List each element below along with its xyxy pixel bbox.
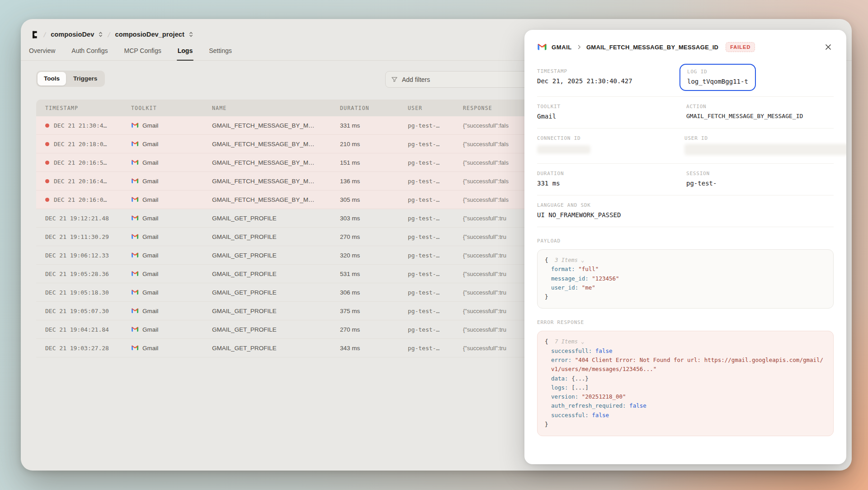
cell-name: GMAIL_FETCH_MESSAGE_BY_M… — [212, 196, 340, 203]
segment-tools[interactable]: Tools — [38, 72, 66, 86]
failed-dot-icon — [45, 198, 49, 202]
field-row: LANGUAGE AND SDK UI NO_FRAMEWORK_PASSED — [537, 195, 834, 227]
cell-name: GMAIL_GET_PROFILE — [212, 215, 340, 222]
gmail-icon — [131, 308, 139, 314]
failed-dot-icon — [45, 161, 49, 165]
tab-settings[interactable]: Settings — [208, 46, 233, 60]
json-entry-successfull: successfull: false — [545, 347, 826, 356]
cell-user: pg-test-… — [408, 345, 463, 352]
json-entry-format: format: "full" — [545, 265, 826, 274]
tab-overview[interactable]: Overview — [28, 46, 56, 60]
cell-timestamp: DEC 21 19:05:18.30 — [36, 289, 131, 296]
cell-duration: 531 ms — [340, 271, 408, 277]
segment-triggers[interactable]: Triggers — [67, 72, 104, 86]
payload-json-viewer: { 3 Items ⌄format: "full"message_id: "12… — [537, 249, 834, 309]
cell-user: pg-test-… — [408, 289, 463, 296]
cell-toolkit: Gmail — [131, 252, 212, 259]
cell-timestamp: DEC 21 19:04:21.84 — [36, 326, 131, 333]
column-header-name: NAME — [212, 105, 340, 111]
field-log-id: LOG ID log_tVqomBgg11-t — [686, 68, 834, 88]
cell-duration: 306 ms — [340, 289, 408, 296]
cell-timestamp: DEC 21 20:16:0… — [36, 196, 131, 203]
items-count-toggle[interactable]: 7 Items ⌄ — [552, 338, 584, 345]
project-selector[interactable]: composioDev_project — [115, 31, 193, 38]
field-connection-id: CONNECTION ID — [537, 135, 684, 155]
cell-timestamp: DEC 21 19:06:12.33 — [36, 252, 131, 259]
cell-toolkit: Gmail — [131, 178, 212, 185]
field-language-sdk: LANGUAGE AND SDK UI NO_FRAMEWORK_PASSED — [537, 202, 834, 219]
close-icon[interactable] — [823, 42, 834, 52]
cell-toolkit: Gmail — [131, 308, 212, 314]
cell-duration: 303 ms — [340, 215, 408, 222]
cell-name: GMAIL_GET_PROFILE — [212, 326, 340, 333]
cell-timestamp: DEC 21 19:03:27.28 — [36, 345, 131, 352]
error-response-json-viewer: { 7 Items ⌄successfull: falseerror: "404… — [537, 331, 834, 436]
gmail-icon — [131, 345, 139, 351]
panel-toolkit-name: GMAIL — [552, 44, 572, 51]
cell-toolkit: Gmail — [131, 289, 212, 296]
panel-action-name: GMAIL_FETCH_MESSAGE_BY_MESSAGE_ID — [586, 44, 718, 51]
cell-name: GMAIL_GET_PROFILE — [212, 308, 340, 314]
gmail-icon — [537, 43, 547, 51]
cell-toolkit: Gmail — [131, 233, 212, 240]
json-entry-successful: successful: false — [545, 411, 826, 420]
cell-user: pg-test-… — [408, 215, 463, 222]
cell-name: GMAIL_GET_PROFILE — [212, 233, 340, 240]
cell-user: pg-test-… — [408, 252, 463, 259]
field-row: DURATION 331 ms SESSION pg-test- — [537, 164, 834, 195]
field-session: SESSION pg-test- — [686, 171, 834, 187]
gmail-icon — [131, 159, 139, 165]
failed-dot-icon — [45, 124, 49, 128]
cell-duration: 270 ms — [340, 326, 408, 333]
breadcrumb-separator: / — [108, 31, 111, 38]
tab-auth-configs[interactable]: Auth Configs — [71, 46, 108, 60]
cell-name: GMAIL_FETCH_MESSAGE_BY_M… — [212, 122, 340, 129]
composio-logo-icon — [29, 29, 39, 39]
cell-timestamp: DEC 21 19:12:21.48 — [36, 215, 131, 222]
org-selector[interactable]: composioDev — [51, 31, 103, 38]
cell-toolkit: Gmail — [131, 326, 212, 333]
cell-duration: 210 ms — [340, 141, 408, 147]
failed-dot-icon — [45, 142, 49, 146]
field-toolkit: TOOLKIT Gmail — [537, 104, 686, 120]
field-timestamp: TIMESTAMP Dec 21, 2025 21:30:40.427 — [537, 68, 686, 88]
column-header-duration: DURATION — [340, 105, 408, 111]
tab-mcp-configs[interactable]: MCP Configs — [123, 46, 162, 60]
cell-user: pg-test-… — [408, 159, 463, 166]
cell-toolkit: Gmail — [131, 159, 212, 166]
gmail-icon — [131, 289, 139, 295]
cell-user: pg-test-… — [408, 233, 463, 240]
tab-logs[interactable]: Logs — [177, 46, 193, 60]
cell-duration: 320 ms — [340, 252, 408, 259]
cell-timestamp: DEC 21 20:16:5… — [36, 159, 131, 166]
json-entry-error: error: "404 Client Error: Not Found for … — [545, 356, 826, 374]
column-header-timestamp: TIMESTAMP — [36, 105, 131, 111]
error-response-section: ERROR RESPONSE { 7 Items ⌄successfull: f… — [537, 319, 834, 436]
org-name: composioDev — [51, 31, 94, 38]
json-entry-auth_refresh_required: auth_refresh_required: false — [545, 401, 826, 410]
cell-user: pg-test-… — [408, 122, 463, 129]
cell-timestamp: DEC 21 21:30:4… — [36, 122, 131, 129]
filter-icon — [391, 76, 398, 83]
field-row: TIMESTAMP Dec 21, 2025 21:30:40.427 LOG … — [537, 62, 834, 97]
cell-timestamp: DEC 21 20:18:0… — [36, 141, 131, 147]
desktop: { "breadcrumb": { "org": "composioDev", … — [0, 0, 868, 490]
cell-timestamp: DEC 21 19:05:28.36 — [36, 271, 131, 277]
items-count-toggle[interactable]: 3 Items ⌄ — [552, 257, 584, 263]
cell-name: GMAIL_GET_PROFILE — [212, 289, 340, 296]
cell-user: pg-test-… — [408, 141, 463, 147]
json-entry-logs: logs: [...] — [545, 383, 826, 392]
cell-name: GMAIL_GET_PROFILE — [212, 345, 340, 352]
gmail-icon — [131, 252, 139, 258]
add-filters-placeholder: Add filters — [402, 76, 430, 83]
cell-duration: 305 ms — [340, 196, 408, 203]
cell-toolkit: Gmail — [131, 345, 212, 352]
cell-duration: 375 ms — [340, 308, 408, 314]
project-name: composioDev_project — [115, 31, 184, 38]
gmail-icon — [131, 196, 139, 202]
cell-timestamp: DEC 21 20:16:4… — [36, 178, 131, 185]
tools-triggers-switch: ToolsTriggers — [36, 71, 105, 87]
cell-duration: 136 ms — [340, 178, 408, 185]
redacted-connection-id — [537, 145, 590, 154]
log-detail-panel: GMAIL GMAIL_FETCH_MESSAGE_BY_MESSAGE_ID … — [524, 30, 846, 464]
